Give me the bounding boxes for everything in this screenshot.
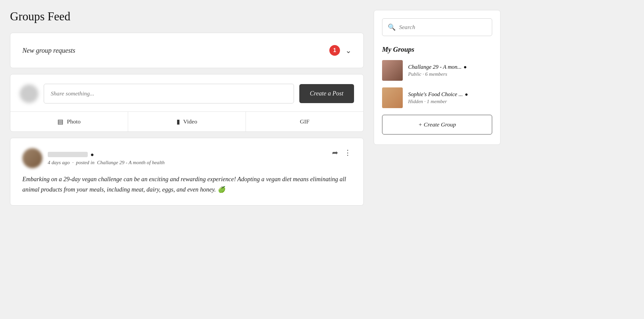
gif-button[interactable]: GIF: [246, 112, 363, 131]
group-meta: Hidden · 1 member: [408, 98, 492, 104]
group-thumbnail: [382, 87, 403, 108]
user-avatar: [20, 84, 38, 103]
post-actions-right: ➦ ⋮: [332, 148, 351, 157]
photo-label: Photo: [67, 118, 80, 125]
video-button[interactable]: ▮ Video: [128, 112, 246, 131]
media-actions-bar: ▤ Photo ▮ Video GIF: [10, 111, 363, 131]
more-options-icon[interactable]: ⋮: [344, 148, 351, 157]
search-icon: 🔍: [388, 23, 396, 31]
requests-label: New group requests: [22, 47, 75, 54]
post-group-link[interactable]: Challange 29 - A month of health: [97, 160, 165, 165]
post-body: Embarking on a 29-day vegan challenge ca…: [22, 174, 351, 195]
sidebar-card: 🔍 My Groups Challange 29 - A mon... ● Pu…: [374, 10, 501, 145]
group-name: Sophie's Food Choice ...: [408, 91, 463, 98]
create-post-button[interactable]: Create a Post: [299, 84, 354, 103]
group-name-row: Challange 29 - A mon... ●: [408, 64, 492, 70]
shield-badge-icon: ●: [465, 91, 468, 97]
chevron-down-icon[interactable]: ⌄: [345, 46, 351, 55]
requests-card: New group requests 1 ⌄: [10, 33, 364, 68]
requests-right: 1 ⌄: [329, 45, 351, 56]
group-name-row: Sophie's Food Choice ... ●: [408, 91, 492, 98]
post-username-row: ●: [48, 151, 165, 158]
group-name: Challange 29 - A mon...: [408, 64, 461, 70]
group-info: Challange 29 - A mon... ● Public · 6 mem…: [408, 64, 492, 77]
video-icon: ▮: [177, 118, 180, 125]
group-info: Sophie's Food Choice ... ● Hidden · 1 me…: [408, 91, 492, 104]
shield-badge-icon: ●: [463, 64, 467, 70]
shield-icon: ●: [90, 151, 94, 158]
post-card: ● 4 days ago · posted in Challange 29 - …: [10, 138, 364, 206]
camera-icon: ▤: [57, 118, 63, 125]
group-item[interactable]: Sophie's Food Choice ... ● Hidden · 1 me…: [382, 87, 492, 108]
post-avatar: [22, 148, 42, 168]
post-meta: ● 4 days ago · posted in Challange 29 - …: [48, 151, 165, 166]
video-label: Video: [183, 118, 197, 125]
post-username: [48, 152, 88, 157]
my-groups-title: My Groups: [382, 45, 492, 53]
composer-card: Create a Post ▤ Photo ▮ Video GIF: [10, 74, 364, 132]
page-title: Groups Feed: [10, 10, 364, 23]
search-box[interactable]: 🔍: [382, 18, 492, 36]
group-item[interactable]: Challange 29 - A mon... ● Public · 6 mem…: [382, 60, 492, 81]
gif-label: GIF: [300, 118, 309, 125]
requests-badge: 1: [329, 45, 340, 56]
group-meta: Public · 6 members: [408, 71, 492, 77]
post-header-left: ● 4 days ago · posted in Challange 29 - …: [22, 148, 165, 168]
create-group-button[interactable]: + Create Group: [382, 115, 492, 134]
sidebar: 🔍 My Groups Challange 29 - A mon... ● Pu…: [374, 10, 501, 309]
post-header: ● 4 days ago · posted in Challange 29 - …: [22, 148, 351, 168]
search-input[interactable]: [399, 24, 487, 31]
share-icon[interactable]: ➦: [332, 148, 338, 157]
post-timestamp: 4 days ago · posted in Challange 29 - A …: [48, 160, 165, 166]
group-thumbnail: [382, 60, 403, 81]
share-input[interactable]: [44, 84, 294, 103]
photo-button[interactable]: ▤ Photo: [10, 112, 128, 131]
